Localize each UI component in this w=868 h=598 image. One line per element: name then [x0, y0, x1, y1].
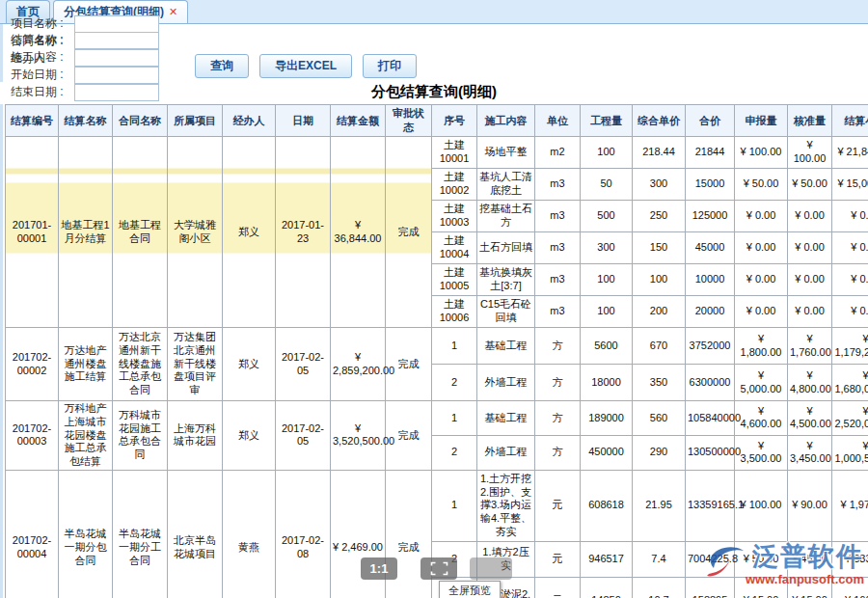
settlement-name-input[interactable]: [74, 32, 159, 49]
project-name-cell: 大学城雅阁小区: [168, 137, 223, 328]
approved-qty-cell: ¥ 4,800.00: [788, 365, 832, 401]
unit-cell: 元: [535, 470, 581, 541]
app-window: 首页 分包结算查询(明细) ✕ 项目名称 :合同名称 :经办人 : 结算名称 :…: [0, 0, 868, 598]
unit-cell: 元: [535, 577, 581, 598]
column-header: 结算名称: [59, 105, 113, 137]
total-price-cell: 3752000: [686, 328, 735, 365]
export-excel-button[interactable]: 导出EXCEL: [259, 54, 352, 78]
zoom-fit-button[interactable]: [470, 557, 512, 580]
table-row[interactable]: 201702-00004半岛花城一期分包合同半岛花城一期分工合同北京半岛花城项目…: [6, 470, 868, 541]
query-button[interactable]: 查询: [195, 54, 249, 78]
project-name-label: 项目名称 :: [11, 15, 70, 32]
project-name-cell: 万达集团北京通州新干线楼盘项目评审: [168, 328, 223, 401]
subtotal-cell: ¥ 15,000.00: [832, 169, 868, 201]
declared-qty-cell: ¥ 0.00: [735, 296, 788, 328]
declared-qty-cell: ¥ 0.00: [735, 264, 788, 296]
content-cell: C15毛石砼回填: [477, 296, 535, 328]
unit-price-cell: 670: [633, 328, 686, 365]
zoom-actual-size-button[interactable]: 1:1: [361, 557, 397, 580]
column-header: 结算编号: [6, 105, 59, 137]
column-header: 结算金额: [331, 105, 386, 137]
seq-cell: 土建10006: [432, 296, 477, 328]
column-header: 审批状态: [386, 105, 432, 137]
subtotal-cell: ¥ 0.00: [832, 232, 868, 264]
quantity-cell: 189000: [581, 401, 633, 436]
subtotal-cell: ¥ 1,680,000.00: [832, 365, 868, 401]
approved-qty-cell: ¥ 0.00: [788, 264, 832, 296]
start-date-label: 开始日期 :: [11, 67, 70, 83]
unit-price-cell: 560: [633, 401, 686, 436]
unit-price-cell: 200: [633, 296, 686, 328]
total-price-cell: 15000: [686, 169, 735, 201]
unit-price-cell: 150: [633, 232, 686, 264]
total-price-cell: 13359165.1: [686, 470, 735, 541]
subtotal-cell: ¥ 0.00: [832, 264, 868, 296]
declared-qty-cell: ¥ 3,500.00: [735, 435, 788, 470]
content-cell: 外墙工程: [477, 365, 535, 401]
declared-qty-cell: ¥ 1,800.00: [735, 328, 788, 365]
date-cell: 2017-02-05: [276, 401, 331, 471]
column-header: 核准量: [788, 105, 832, 137]
table-row[interactable]: 201701-00001地基工程1月分结算地基工程合同大学城雅阁小区郑义2017…: [6, 137, 868, 169]
approved-qty-cell: ¥ 0.00: [788, 201, 832, 232]
subtotal-cell: ¥ 1,000,500.00: [832, 435, 868, 470]
unit-price-cell: 10.7: [633, 577, 686, 598]
column-header: 经办人: [223, 105, 276, 137]
content-cell: 场地平整: [477, 137, 535, 169]
subtotal-cell: ¥ 1,975.50: [832, 470, 868, 541]
filter-field-end-date: 结束日期 :: [11, 84, 159, 101]
unit-cell: 元: [535, 541, 581, 577]
filter-panel: 项目名称 :合同名称 :经办人 : 结算名称 :施工内容 :开始日期 :结束日期…: [0, 24, 868, 82]
seq-cell: 1: [432, 470, 477, 541]
declared-qty-cell: ¥ 50.00: [735, 541, 788, 577]
subtotal-cell: ¥ 0.00: [832, 201, 868, 232]
column-header: 序号: [432, 105, 477, 137]
unit-cell: m2: [535, 137, 581, 169]
total-price-cell: 105840000: [686, 401, 735, 436]
project-name-input[interactable]: [74, 15, 159, 33]
unit-cell: 方: [535, 365, 581, 401]
contract-name-cell: 半岛花城一期分工合同: [113, 470, 168, 598]
approved-qty-cell: ¥ 0.00: [788, 232, 832, 264]
column-header: 工程量: [581, 105, 633, 137]
quantity-cell: 500: [581, 201, 633, 232]
declared-qty-cell: ¥ 5,000.00: [735, 365, 788, 401]
seq-cell: 2: [432, 435, 477, 470]
quantity-cell: 450000: [581, 435, 633, 470]
subtotal-cell: ¥ 1,179,200.00: [832, 328, 868, 365]
total-price-cell: 45000: [686, 232, 735, 264]
seq-cell: 土建10005: [432, 264, 477, 296]
construction-content-label: 施工内容 :: [11, 49, 70, 66]
filter-field-construction-content: 施工内容 :: [11, 49, 159, 67]
total-price-cell: 21844: [686, 137, 735, 169]
approved-qty-cell: ¥ 3,450.00: [788, 435, 832, 470]
start-date-input[interactable]: [74, 67, 159, 84]
seq-cell: 土建10004: [432, 232, 477, 264]
subtotal-cell: ¥ 160.50: [832, 577, 868, 598]
subtotal-cell: ¥ 2,520,000.00: [832, 401, 868, 436]
settlement-no-cell: 201702-00004: [6, 470, 59, 598]
total-price-cell: 10000: [686, 264, 735, 296]
settlement-no-cell: 201702-00002: [6, 328, 59, 401]
approved-qty-cell: ¥ 90.00: [788, 470, 832, 541]
contract-name-cell: 地基工程合同: [113, 137, 168, 328]
quantity-cell: 608618: [581, 470, 633, 541]
fullscreen-preview-button[interactable]: [420, 557, 457, 580]
contract-name-cell: 万达北京通州新干线楼盘施工总承包合同: [113, 328, 168, 401]
grid-wrap: 结算编号结算名称合同名称所属项目经办人日期结算金额审批状态序号施工内容单位工程量…: [0, 104, 868, 598]
approved-qty-cell: ¥ 50.00: [788, 169, 832, 201]
handler-cell: 黄燕: [223, 470, 276, 598]
print-button[interactable]: 打印: [363, 54, 417, 78]
construction-content-input[interactable]: [74, 49, 159, 67]
table-row[interactable]: 201702-00003万科地产上海城市花园楼盘施工总承包结算万科城市花园施工总…: [6, 401, 868, 436]
handler-cell: 郑义: [223, 328, 276, 401]
end-date-input[interactable]: [74, 84, 159, 101]
table-row[interactable]: 201702-00002万达地产通州楼盘施工结算万达北京通州新干线楼盘施工总承包…: [6, 328, 868, 365]
total-price-cell: 130500000: [686, 435, 735, 470]
quantity-cell: 946517: [581, 541, 633, 577]
unit-price-cell: 7.4: [633, 541, 686, 577]
unit-cell: m3: [535, 169, 581, 201]
content-cell: 基础工程: [477, 328, 535, 365]
handler-cell: 郑义: [223, 137, 276, 328]
table-header-row: 结算编号结算名称合同名称所属项目经办人日期结算金额审批状态序号施工内容单位工程量…: [6, 105, 868, 137]
